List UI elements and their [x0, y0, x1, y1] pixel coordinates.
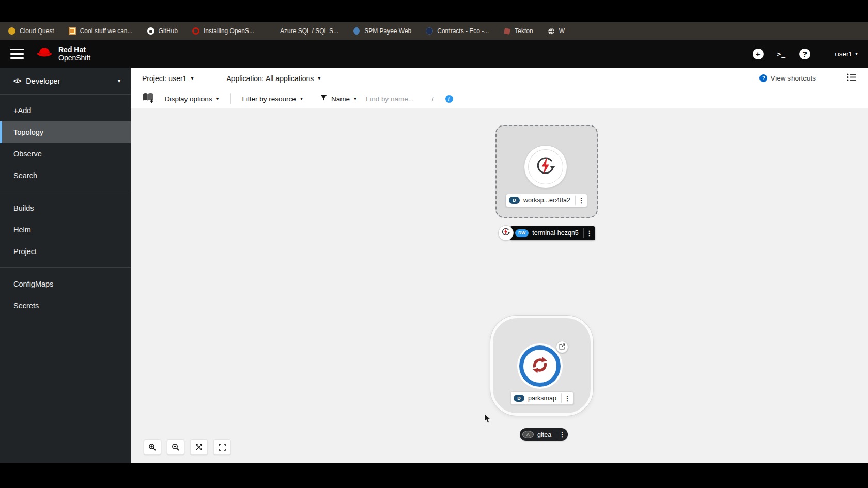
- kebab-menu-icon[interactable]: ⋮: [562, 395, 573, 402]
- shortcut-key-hint: /: [432, 95, 434, 103]
- parksmap-node-label[interactable]: D parksmap ⋮: [510, 391, 574, 405]
- parksmap-node[interactable]: [519, 345, 561, 387]
- quick-add-book-icon[interactable]: [142, 92, 154, 105]
- workspace-node[interactable]: [524, 145, 567, 188]
- terminal-node[interactable]: [498, 225, 514, 241]
- devworkspace-badge: DW: [515, 229, 529, 237]
- masthead-toolbar: + >_ ? user1 ▾: [753, 49, 858, 59]
- project-selector-label: Project: user1: [142, 74, 187, 83]
- github-icon: [147, 27, 154, 35]
- bookmark-label: Azure SQL / SQL S...: [280, 27, 338, 35]
- bookmark-label: Installing OpenS...: [204, 27, 254, 35]
- microsoft-grid-icon: [269, 27, 276, 35]
- terminal-workspace-row: DW terminal-hezqn5 ⋮: [498, 225, 595, 241]
- openshift-ring-icon: [192, 27, 199, 35]
- display-options-label: Display options: [165, 95, 212, 103]
- zoom-in-button[interactable]: [144, 439, 161, 455]
- chevron-down-icon: ▾: [300, 96, 303, 101]
- web-terminal-icon[interactable]: >_: [777, 50, 786, 58]
- bottom-letterbox: [0, 463, 868, 488]
- terminal-node-name: terminal-hezqn5: [532, 229, 579, 237]
- blue-feather-icon: [353, 27, 360, 35]
- workspace-node-ring: [528, 149, 563, 184]
- toolbar-divider: [230, 93, 231, 104]
- list-view-toggle-icon[interactable]: [847, 73, 857, 83]
- parksmap-rotating-arrows-icon: [529, 354, 551, 378]
- sidebar-item-topology[interactable]: Topology: [0, 121, 131, 143]
- bookmark-cloud-quest[interactable]: Cloud Quest: [8, 27, 54, 35]
- open-url-decorator[interactable]: [556, 341, 568, 353]
- sidebar-item-configmaps[interactable]: ConfigMaps: [0, 273, 131, 295]
- bookmark-cool-stuff[interactable]: Cool stuff we can...: [69, 27, 133, 35]
- name-filter-dropdown[interactable]: Name ▾: [320, 95, 357, 103]
- bookmark-label: Tekton: [515, 27, 533, 35]
- chevron-down-icon: ▾: [318, 76, 320, 81]
- view-shortcuts-link[interactable]: ? View shortcuts: [760, 74, 816, 82]
- chevron-down-icon: ▾: [855, 51, 858, 56]
- bookmark-label: Contracts - Eco -...: [437, 27, 489, 35]
- kebab-menu-icon[interactable]: ⋮: [556, 431, 568, 438]
- user-menu[interactable]: user1 ▾: [835, 50, 858, 58]
- external-link-icon: [559, 342, 565, 352]
- bookmark-spm-payee-web[interactable]: SPM Payee Web: [353, 27, 411, 35]
- application-selector[interactable]: Application: All applications ▾: [226, 74, 320, 83]
- bookmark-tekton[interactable]: Tekton: [503, 27, 533, 35]
- sidebar-nav: </> Developer ▾ +Add Topology Observe Se…: [0, 68, 131, 463]
- bookmark-label: SPM Payee Web: [364, 27, 411, 35]
- brand-line2: OpenShift: [58, 54, 90, 62]
- workspace-node-label[interactable]: D worksp...ec48a2 ⋮: [506, 194, 587, 207]
- brand-logo[interactable]: Red Hat OpenShift: [35, 45, 90, 62]
- bookmark-w[interactable]: W: [548, 27, 565, 35]
- terminal-node-label[interactable]: DW terminal-hezqn5 ⋮: [510, 226, 595, 240]
- brand-line1: Red Hat: [58, 45, 90, 54]
- che-workspace-icon: [501, 227, 511, 239]
- bookmark-github[interactable]: GitHub: [147, 27, 178, 35]
- filter-funnel-icon: [320, 95, 327, 103]
- perspective-switcher[interactable]: </> Developer ▾: [0, 68, 131, 95]
- sidebar-nav-list: +Add Topology Observe Search Builds Helm…: [0, 95, 131, 317]
- help-icon[interactable]: ?: [799, 49, 810, 59]
- zoom-out-button[interactable]: [167, 439, 184, 455]
- canvas-controls: [144, 439, 231, 455]
- gitea-application-label[interactable]: A gitea ⋮: [520, 428, 568, 441]
- kebab-menu-icon[interactable]: ⋮: [576, 197, 587, 204]
- topology-canvas[interactable]: D worksp...ec48a2 ⋮ DW: [131, 108, 868, 463]
- bookmark-contracts[interactable]: Contracts - Eco -...: [426, 27, 489, 35]
- sidebar-item-helm[interactable]: Helm: [0, 219, 131, 241]
- fit-to-screen-button[interactable]: [190, 439, 208, 455]
- code-icon: </>: [13, 77, 21, 85]
- project-selector[interactable]: Project: user1 ▾: [142, 74, 193, 83]
- sidebar-item-builds[interactable]: Builds: [0, 197, 131, 219]
- nav-toggle-hamburger-icon[interactable]: [10, 49, 24, 59]
- bookmark-azure-sql[interactable]: Azure SQL / SQL S...: [269, 27, 338, 35]
- filter-by-resource-label: Filter by resource: [242, 95, 296, 103]
- sidebar-item-secrets[interactable]: Secrets: [0, 295, 131, 317]
- deployment-badge: D: [514, 395, 524, 402]
- topology-filter-bar: Display options ▾ Filter by resource ▾ N…: [131, 89, 868, 108]
- chevron-down-icon: ▾: [354, 96, 357, 101]
- mouse-cursor: [484, 413, 491, 426]
- bookmark-label: Cloud Quest: [20, 27, 54, 35]
- main-content: Project: user1 ▾ Application: All applic…: [131, 68, 868, 463]
- sidebar-item-observe[interactable]: Observe: [0, 143, 131, 165]
- brand-text: Red Hat OpenShift: [58, 45, 90, 62]
- view-shortcuts-label: View shortcuts: [770, 74, 816, 82]
- navy-circle-icon: [426, 27, 433, 35]
- sidebar-item-project[interactable]: Project: [0, 241, 131, 262]
- context-bar: Project: user1 ▾ Application: All applic…: [131, 68, 868, 89]
- filter-by-resource-dropdown[interactable]: Filter by resource ▾: [242, 95, 303, 103]
- info-icon[interactable]: i: [445, 95, 453, 103]
- quick-create-plus-icon[interactable]: +: [753, 49, 764, 59]
- sidebar-item-search[interactable]: Search: [0, 165, 131, 186]
- deployment-badge: D: [509, 197, 520, 204]
- display-options-dropdown[interactable]: Display options ▾: [165, 95, 219, 103]
- sidebar-divider: [0, 192, 131, 192]
- kebab-menu-icon[interactable]: ⋮: [584, 229, 595, 237]
- chevron-down-icon: ▾: [191, 76, 193, 81]
- sidebar-item-add[interactable]: +Add: [0, 100, 131, 121]
- bookmark-label: W: [559, 27, 565, 35]
- reset-view-button[interactable]: [213, 439, 231, 455]
- find-by-name-input[interactable]: [366, 95, 428, 103]
- browser-bookmarks-bar: Cloud Quest Cool stuff we can... GitHub …: [0, 22, 868, 40]
- bookmark-installing-openshift[interactable]: Installing OpenS...: [192, 27, 254, 35]
